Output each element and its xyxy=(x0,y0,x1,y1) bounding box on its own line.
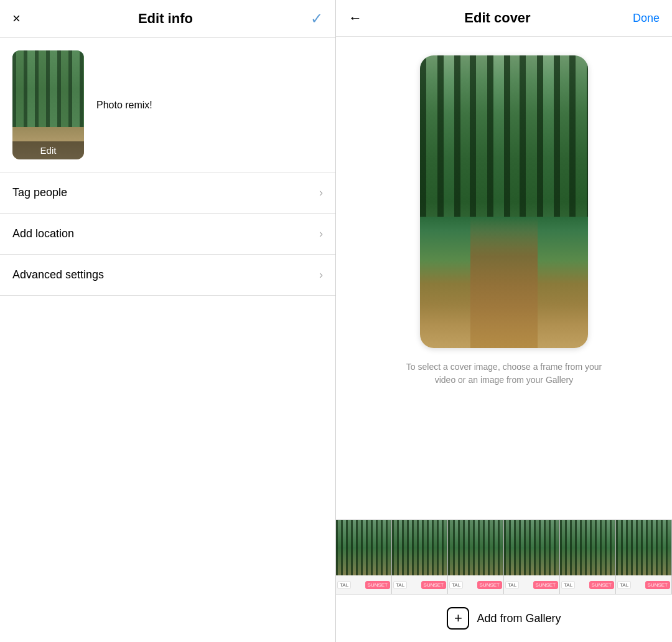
left-panel: × Edit info ✓ Edit Photo remix! Tag peop… xyxy=(0,0,336,642)
film-tag-1: TAL xyxy=(561,581,575,589)
film-labels: TAL SUNSET xyxy=(616,575,671,594)
film-tag-1: TAL xyxy=(393,581,407,589)
film-frame-bg xyxy=(504,520,559,575)
cover-image xyxy=(420,55,588,348)
film-tag-1: TAL xyxy=(449,581,463,589)
film-frame[interactable]: TAL SUNSET xyxy=(448,520,504,594)
done-button[interactable]: Done xyxy=(633,12,660,25)
check-icon[interactable]: ✓ xyxy=(310,10,323,27)
photo-title: Photo remix! xyxy=(96,100,152,111)
advanced-settings-label: Advanced settings xyxy=(12,268,104,281)
film-tag-1: TAL xyxy=(617,581,631,589)
film-tag-2: SUNSET xyxy=(533,581,558,589)
film-frame[interactable]: TAL SUNSET xyxy=(560,520,616,594)
photo-thumb-trees xyxy=(12,50,84,127)
photo-thumbnail[interactable]: Edit xyxy=(12,50,84,159)
chevron-right-icon: › xyxy=(319,268,323,281)
film-frame[interactable]: TAL SUNSET xyxy=(392,520,448,594)
right-panel: ← Edit cover Done To select a cover imag… xyxy=(336,0,672,642)
tag-people-item[interactable]: Tag people › xyxy=(0,172,335,214)
left-header: × Edit info ✓ xyxy=(0,0,335,38)
film-frame[interactable]: TAL SUNSET xyxy=(504,520,560,594)
film-tag-1: TAL xyxy=(505,581,519,589)
cover-preview-section: To select a cover image, choose a frame … xyxy=(336,37,672,519)
film-tag-2: SUNSET xyxy=(365,581,390,589)
add-location-item[interactable]: Add location › xyxy=(0,214,335,255)
chevron-right-icon: › xyxy=(319,186,323,199)
filmstrip-inner: TAL SUNSET TAL SUNSET TAL SUNSET xyxy=(336,520,672,594)
film-frame-bg xyxy=(616,520,671,575)
film-frame-bg xyxy=(560,520,615,575)
add-from-gallery-button[interactable]: + Add from Gallery xyxy=(336,594,672,642)
film-labels: TAL SUNSET xyxy=(336,575,391,594)
right-title: Edit cover xyxy=(362,10,633,26)
right-header: ← Edit cover Done xyxy=(336,0,672,37)
film-labels: TAL SUNSET xyxy=(448,575,503,594)
film-tag-2: SUNSET xyxy=(421,581,446,589)
film-frame-bg xyxy=(392,520,447,575)
close-icon[interactable]: × xyxy=(12,11,21,27)
film-frame[interactable]: TAL SUNSET xyxy=(336,520,392,594)
cover-trees-top xyxy=(420,55,588,217)
film-tag-2: SUNSET xyxy=(645,581,670,589)
add-gallery-icon: + xyxy=(447,607,469,630)
film-tag-1: TAL xyxy=(337,581,351,589)
cover-path xyxy=(470,217,538,349)
film-frame[interactable]: TAL SUNSET xyxy=(616,520,672,594)
back-icon[interactable]: ← xyxy=(348,10,362,26)
add-gallery-label: Add from Gallery xyxy=(477,612,561,625)
film-labels: TAL SUNSET xyxy=(392,575,447,594)
tag-people-label: Tag people xyxy=(12,186,67,199)
cover-image-bg xyxy=(420,55,588,348)
film-tag-2: SUNSET xyxy=(477,581,502,589)
chevron-right-icon: › xyxy=(319,227,323,240)
filmstrip[interactable]: TAL SUNSET TAL SUNSET TAL SUNSET xyxy=(336,519,672,594)
film-tag-2: SUNSET xyxy=(589,581,614,589)
film-frame-bg xyxy=(448,520,503,575)
add-location-label: Add location xyxy=(12,227,74,240)
left-title: Edit info xyxy=(138,11,193,27)
photo-edit-overlay[interactable]: Edit xyxy=(12,141,84,159)
film-labels: TAL SUNSET xyxy=(560,575,615,594)
photo-section: Edit Photo remix! xyxy=(0,38,335,172)
film-frame-bg xyxy=(336,520,391,575)
cover-hint-text: To select a cover image, choose a frame … xyxy=(404,361,604,387)
advanced-settings-item[interactable]: Advanced settings › xyxy=(0,255,335,296)
film-labels: TAL SUNSET xyxy=(504,575,559,594)
